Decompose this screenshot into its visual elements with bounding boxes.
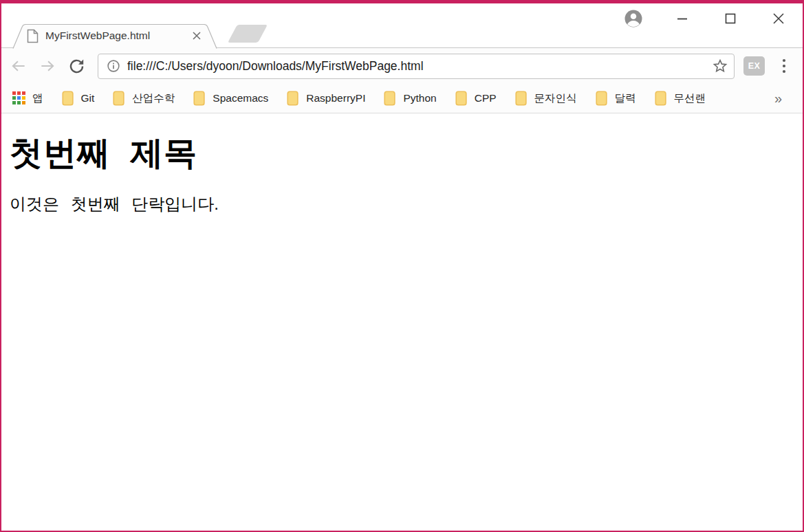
bookmark-folder-item[interactable]: CPP [455,91,497,106]
folder-icon [62,91,75,106]
window-controls [622,5,803,32]
tab-title: MyFirstWebPage.html [45,30,150,42]
forward-icon[interactable] [37,56,58,76]
new-tab-button[interactable] [228,25,268,43]
bookmark-folder-label: Python [403,92,436,104]
folder-icon [113,91,126,106]
bookmark-folders: Git 산업수학 [62,91,725,106]
bookmarks-overflow-icon[interactable]: » [774,91,792,107]
bookmark-folder-label: Spacemacs [213,92,268,104]
page-paragraph: 이것은 첫번째 단락입니다. [10,193,794,215]
minimize-icon[interactable] [658,7,706,30]
bookmark-folder-item[interactable]: 무선랜 [655,91,706,106]
bookmark-star-icon[interactable] [712,58,728,74]
folder-icon [384,91,397,106]
page-content: 첫번째 제목 이것은 첫번째 단락입니다. [1,113,803,531]
folder-icon [655,91,668,106]
bookmark-folder-item[interactable]: 산업수학 [113,91,175,106]
bookmark-folder-label: 문자인식 [534,91,577,106]
bookmark-folder-item[interactable]: 문자인식 [515,91,577,106]
page-document-icon [27,29,39,43]
bookmark-folder-label: 산업수학 [132,91,175,106]
bookmark-folder-item[interactable]: Python [384,91,436,106]
tab-close-icon[interactable] [191,30,202,41]
bookmark-folder-label: RaspberryPI [306,92,365,104]
three-dot-menu-icon[interactable] [775,56,793,76]
bookmarks-bar: 앱 Git [1,84,803,113]
bookmark-folder-label: 달력 [615,91,636,106]
titlebar[interactable]: MyFirstWebPage.html [1,3,803,48]
bookmark-folder-label: Git [81,92,95,104]
address-bar[interactable]: file:///C:/Users/dyoon/Downloads/MyFirst… [98,54,735,79]
folder-icon [515,91,528,106]
reload-icon[interactable] [66,56,87,76]
apps-shortcut-label: 앱 [32,91,43,106]
bookmark-folder-label: 무선랜 [674,91,706,106]
bookmark-folder-item[interactable]: Git [62,91,95,106]
folder-icon [596,91,609,106]
bookmark-folder-item[interactable]: 달력 [596,91,636,106]
apps-shortcut[interactable]: 앱 [12,91,43,106]
apps-grid-icon [12,91,26,105]
page-info-icon[interactable] [106,58,121,74]
folder-icon [287,91,300,106]
close-icon[interactable] [754,7,803,30]
page-heading: 첫번째 제목 [10,134,794,172]
extension-badge[interactable]: EX [743,56,765,76]
folder-icon [193,91,206,106]
back-icon[interactable] [8,56,29,76]
bookmark-folder-label: CPP [475,92,497,104]
browser-window: MyFirstWebPage.html [0,0,804,532]
profile-avatar-icon[interactable] [622,8,644,30]
folder-icon [455,91,468,106]
bookmark-folder-item[interactable]: RaspberryPI [287,91,365,106]
navigation-toolbar: file:///C:/Users/dyoon/Downloads/MyFirst… [1,48,803,84]
bookmark-folder-item[interactable]: Spacemacs [193,91,268,106]
url-text: file:///C:/Users/dyoon/Downloads/MyFirst… [127,59,706,74]
tab-myfirstwebpage[interactable]: MyFirstWebPage.html [12,24,219,48]
maximize-icon[interactable] [706,7,754,30]
